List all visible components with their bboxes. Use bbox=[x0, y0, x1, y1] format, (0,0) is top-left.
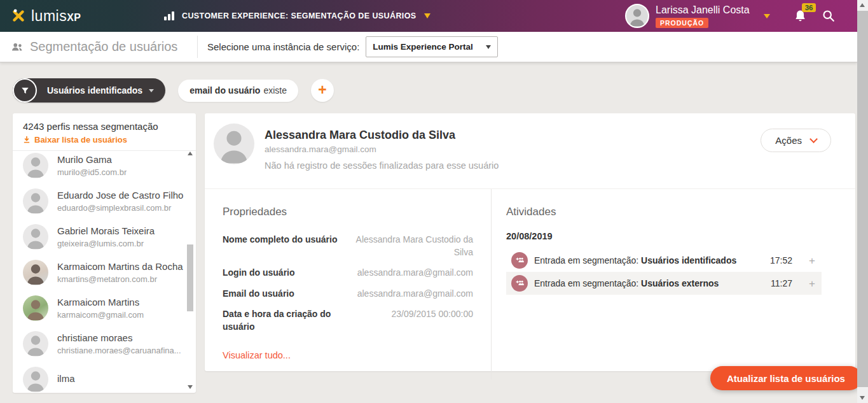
list-item[interactable]: ilma bbox=[13, 362, 196, 393]
notifications-button[interactable]: 36 bbox=[793, 9, 808, 24]
download-users-link[interactable]: Baixar lista de usuários bbox=[23, 135, 186, 145]
list-item[interactable]: Karmaicom Martins da Rocha kmartins@meta… bbox=[13, 255, 196, 290]
avatar bbox=[23, 153, 48, 178]
activity-row: Entrada em segmentação: Usuários externo… bbox=[506, 272, 822, 295]
avatar bbox=[214, 124, 254, 164]
chevron-down-icon bbox=[809, 135, 818, 143]
profiles-count: 4243 perfis nessa segmentação bbox=[23, 121, 186, 132]
add-to-segment-icon bbox=[511, 252, 528, 269]
property-label: Email do usuário bbox=[223, 288, 347, 300]
user-list: Murilo Gama murilo@id5.com.br Eduardo Jo… bbox=[13, 148, 196, 393]
activities-section: Atividades 20/08/2019 Entrada em segment… bbox=[491, 189, 855, 379]
list-header: 4243 perfis nessa segmentação Baixar lis… bbox=[13, 113, 196, 150]
user-email: christiane.moraes@caruanafina... bbox=[57, 346, 181, 355]
avatar bbox=[23, 331, 48, 357]
properties-rows: Nome completo do usuário Alessandra Mara… bbox=[223, 234, 473, 334]
activity-text: Entrada em segmentação: Usuários externo… bbox=[534, 278, 719, 288]
caret-down-icon bbox=[149, 89, 154, 92]
add-to-segment-icon bbox=[511, 275, 528, 292]
property-label: Login do usuário bbox=[223, 267, 347, 279]
list-item[interactable]: Eduardo Jose de Castro Filho eduardo@sim… bbox=[13, 183, 196, 219]
download-label: Baixar lista de usuários bbox=[34, 135, 127, 145]
condition-operator: existe bbox=[263, 85, 287, 95]
page-title-text: Segmentação de usuários bbox=[30, 39, 177, 54]
properties-section: Propriedades Nome completo do usuário Al… bbox=[205, 189, 491, 379]
page-title: Segmentação de usuários bbox=[10, 32, 177, 62]
brand-suffix: XP bbox=[67, 12, 81, 24]
environment-badge: PRODUÇÃO bbox=[656, 18, 708, 28]
page-scrollbar[interactable] bbox=[857, 0, 868, 403]
property-value: alessandra.mara@gmail.com bbox=[347, 267, 473, 279]
caret-down-icon bbox=[424, 13, 431, 18]
property-value: alessandra.mara@gmail.com bbox=[347, 288, 473, 300]
context-menu[interactable]: CUSTOMER EXPERIENCE: SEGMENTAÇÃO DE USUÁ… bbox=[164, 0, 431, 32]
instance-label: Selecione uma instância de serviço: bbox=[207, 41, 359, 52]
list-scrollbar[interactable] bbox=[186, 150, 195, 390]
add-filter-button[interactable]: + bbox=[311, 79, 334, 102]
activities-rows: Entrada em segmentação: Usuários identif… bbox=[506, 249, 822, 295]
filter-condition[interactable]: email do usuário existe bbox=[178, 80, 298, 102]
avatar bbox=[23, 295, 48, 321]
instance-select-value: Lumis Experience Portal bbox=[373, 42, 473, 52]
instance-select[interactable]: Lumis Experience Portal bbox=[366, 36, 498, 57]
avatar bbox=[23, 188, 48, 214]
divider bbox=[197, 36, 198, 58]
user-area: Larissa Janelli Costa PRODUÇÃO 36 bbox=[625, 0, 836, 32]
user-email: murilo@id5.com.br bbox=[57, 167, 127, 177]
activity-row: Entrada em segmentação: Usuários identif… bbox=[506, 249, 822, 272]
avatar bbox=[23, 224, 48, 250]
scroll-down-icon[interactable] bbox=[188, 385, 193, 389]
scroll-down-icon[interactable] bbox=[860, 396, 865, 400]
user-name: christiane moraes bbox=[57, 332, 181, 344]
user-name: Gabriel Morais Teixeira bbox=[57, 225, 155, 237]
actions-label: Ações bbox=[775, 135, 802, 146]
download-icon bbox=[23, 136, 31, 144]
segment-users-panel: 4243 perfis nessa segmentação Baixar lis… bbox=[13, 113, 196, 393]
expand-plus-icon[interactable]: + bbox=[809, 278, 815, 289]
property-label: Data e hora da criação do usuário bbox=[223, 308, 347, 333]
detail-user-name: Alessandra Mara Custodio da Silva bbox=[265, 129, 499, 142]
activities-date: 20/08/2019 bbox=[506, 231, 822, 241]
list-item[interactable]: christiane moraes christiane.moraes@caru… bbox=[13, 326, 196, 362]
list-item[interactable]: Karmaicom Martins karmaicom@gmail.com bbox=[13, 290, 196, 326]
brand-logo[interactable]: lumis XP bbox=[10, 0, 81, 32]
activity-time: 11:27 bbox=[771, 278, 792, 288]
property-value: Alessandra Mara Custodio da Silva bbox=[347, 234, 473, 258]
properties-heading: Propriedades bbox=[223, 206, 473, 218]
notification-badge: 36 bbox=[802, 3, 816, 12]
actions-button[interactable]: Ações bbox=[761, 129, 831, 152]
segment-selector[interactable]: Usuários identificados bbox=[13, 78, 165, 103]
user-name: ilma bbox=[57, 373, 75, 385]
user-name: Karmaicom Martins bbox=[57, 297, 144, 309]
expand-plus-icon[interactable]: + bbox=[809, 255, 815, 266]
update-users-button[interactable]: Atualizar lista de usuários bbox=[710, 366, 862, 390]
detail-body: Propriedades Nome completo do usuário Al… bbox=[205, 189, 855, 379]
avatar bbox=[23, 367, 48, 392]
list-item[interactable]: Murilo Gama murilo@id5.com.br bbox=[13, 148, 196, 183]
context-label: CUSTOMER EXPERIENCE: SEGMENTAÇÃO DE USUÁ… bbox=[182, 11, 417, 20]
property-row: Nome completo do usuário Alessandra Mara… bbox=[223, 234, 473, 258]
plus-icon: + bbox=[318, 83, 326, 97]
view-all-link[interactable]: Visualizar tudo... bbox=[223, 350, 473, 360]
scrollbar-thumb[interactable] bbox=[187, 244, 193, 311]
brand-name: lumis bbox=[31, 8, 67, 25]
sub-header: Segmentação de usuários Selecione uma in… bbox=[0, 32, 857, 62]
user-name: Karmaicom Martins da Rocha bbox=[57, 261, 183, 273]
caret-down-icon bbox=[486, 45, 491, 49]
activity-text: Entrada em segmentação: Usuários identif… bbox=[534, 255, 736, 265]
condition-field: email do usuário bbox=[189, 85, 260, 95]
activities-heading: Atividades bbox=[506, 206, 822, 218]
avatar bbox=[23, 260, 48, 285]
bar-chart-icon bbox=[164, 11, 174, 20]
scrollbar-thumb[interactable] bbox=[857, 11, 868, 387]
instance-selector-group: Selecione uma instância de serviço: Lumi… bbox=[207, 32, 498, 62]
property-row: Login do usuário alessandra.mara@gmail.c… bbox=[223, 267, 473, 279]
search-button[interactable] bbox=[822, 9, 836, 23]
list-item[interactable]: Gabriel Morais Teixeira gteixeira@lumis.… bbox=[13, 219, 196, 255]
scroll-up-icon[interactable] bbox=[188, 152, 193, 155]
detail-user-email: alessandra.mara@gmail.com bbox=[265, 145, 499, 154]
user-menu-caret-icon[interactable] bbox=[764, 14, 770, 18]
avatar[interactable] bbox=[625, 4, 649, 28]
users-icon bbox=[10, 40, 24, 54]
scroll-up-icon[interactable] bbox=[860, 3, 865, 7]
